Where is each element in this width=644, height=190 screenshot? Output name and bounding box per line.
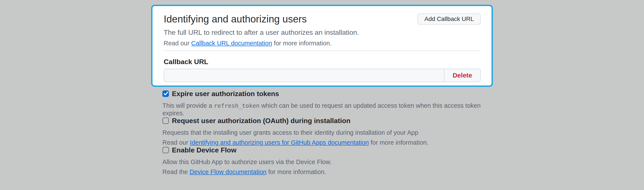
page: Identifying and authorizing users Add Ca… (0, 0, 644, 190)
note-suffix: for more information. (369, 139, 428, 146)
note-suffix: for more information. (272, 40, 332, 47)
identifying-authorizing-users-documentation-link[interactable]: Identifying and authorizing users for Gi… (190, 139, 369, 146)
option-description: Allow this GitHub App to authorize users… (162, 158, 491, 166)
note-prefix: Read the (162, 168, 190, 175)
option-label: Request user authorization (OAuth) durin… (172, 117, 350, 124)
identifying-authorizing-card: Identifying and authorizing users Add Ca… (151, 5, 493, 87)
checkbox-enable-device-flow[interactable] (162, 147, 169, 153)
option-head[interactable]: Enable Device Flow (162, 146, 491, 154)
divider (164, 50, 481, 51)
section-subtitle: The full URL to redirect to after a user… (164, 28, 481, 37)
option-head[interactable]: Expire user authorization tokens (162, 90, 491, 98)
option-enable-device-flow: Enable Device Flow Allow this GitHub App… (162, 146, 491, 176)
add-callback-url-button[interactable]: Add Callback URL (418, 14, 481, 24)
checkbox-expire-user-authorization-tokens[interactable] (162, 90, 169, 97)
option-description: This will provide a refresh_token which … (162, 102, 491, 117)
note-prefix: Read our (162, 139, 190, 146)
callback-doc-note: Read our Callback URL documentation for … (164, 39, 481, 47)
option-label: Expire user authorization tokens (172, 90, 279, 98)
note-suffix: for more information. (266, 168, 326, 175)
option-request-user-authorization-oauth: Request user authorization (OAuth) durin… (162, 117, 491, 146)
delete-button[interactable]: Delete (444, 69, 481, 82)
option-description: Requests that the installing user grants… (162, 129, 491, 136)
card-header: Identifying and authorizing users Add Ca… (164, 14, 481, 24)
note-prefix: Read our (164, 40, 191, 47)
option-expire-user-authorization-tokens: Expire user authorization tokens This wi… (162, 90, 491, 117)
callback-url-input[interactable] (164, 69, 444, 82)
auth-options: Expire user authorization tokens This wi… (162, 90, 491, 176)
desc-prefix: This will provide a (162, 102, 214, 109)
section-title: Identifying and authorizing users (164, 14, 307, 24)
option-label: Enable Device Flow (172, 146, 236, 154)
checkbox-request-user-authorization-oauth[interactable] (162, 118, 169, 124)
callback-url-label: Callback URL (164, 58, 481, 66)
callback-url-input-group: Delete (164, 69, 481, 82)
refresh-token-code: refresh_token (214, 102, 260, 109)
option-head[interactable]: Request user authorization (OAuth) durin… (162, 117, 491, 124)
callback-url-documentation-link[interactable]: Callback URL documentation (191, 40, 272, 47)
checkmark-icon (163, 90, 169, 96)
device-flow-documentation-link[interactable]: Device Flow documentation (190, 168, 266, 175)
option-doc-note: Read the Device Flow documentation for m… (162, 168, 491, 176)
option-doc-note: Read our Identifying and authorizing use… (162, 139, 491, 146)
